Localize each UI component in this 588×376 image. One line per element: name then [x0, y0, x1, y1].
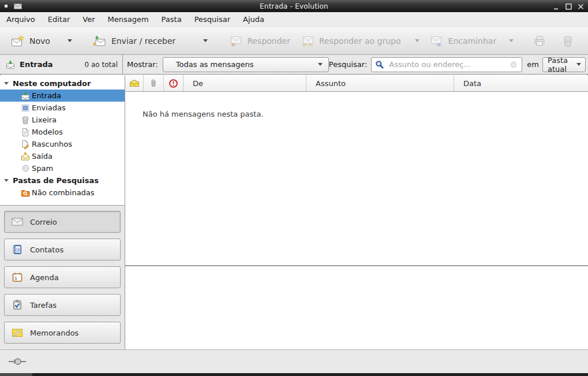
- reply-group-dropdown-icon[interactable]: [415, 39, 420, 42]
- menu-pasta[interactable]: Pasta: [155, 13, 188, 26]
- trash-icon: [562, 35, 574, 47]
- reply-label: Responder: [247, 36, 290, 46]
- search-scope-dropdown[interactable]: Pasta atual: [542, 57, 586, 72]
- tree-group-this-computer[interactable]: Neste computador: [0, 77, 125, 90]
- window-title: Entrada - Evolution: [0, 2, 588, 10]
- junk-button[interactable]: [586, 30, 588, 52]
- switcher-label: Tarefas: [30, 301, 57, 310]
- column-assunto[interactable]: Assunto: [306, 75, 454, 91]
- message-pane: De Assunto Data Não há mensagens nesta p…: [125, 75, 588, 349]
- close-icon: [578, 3, 584, 10]
- window-controls: [553, 0, 585, 12]
- folder-enviadas[interactable]: Enviadas: [0, 102, 125, 114]
- message-list[interactable]: Não há mensagens nesta pasta.: [125, 92, 588, 265]
- chevron-down-icon: [576, 63, 581, 66]
- column-priority[interactable]: [164, 75, 183, 91]
- expander-icon[interactable]: [4, 82, 9, 85]
- evolution-window: Entrada - Evolution Arquivo Editar Ver M…: [0, 0, 588, 376]
- mail-icon: [12, 217, 23, 226]
- toolbar: Novo Enviar / receber Responder: [0, 27, 588, 55]
- message-list-header: De Assunto Data: [125, 75, 588, 92]
- new-message-button[interactable]: Novo: [6, 30, 77, 52]
- tree-group-label: Neste computador: [13, 79, 91, 88]
- online-status-icon: [8, 357, 29, 366]
- outbox-icon: [21, 152, 30, 161]
- column-label: De: [193, 79, 203, 88]
- switcher-correio[interactable]: Correio: [4, 211, 121, 233]
- column-status[interactable]: [125, 75, 144, 91]
- reply-group-button[interactable]: Responder ao grupo: [295, 30, 425, 52]
- send-receive-button[interactable]: Enviar / receber: [88, 30, 213, 52]
- send-receive-label: Enviar / receber: [111, 36, 175, 46]
- switcher-tarefas[interactable]: Tarefas: [4, 294, 121, 316]
- folder-saida[interactable]: Saída: [0, 150, 125, 162]
- current-folder-name: Entrada: [20, 60, 53, 69]
- folder-label: Rascunhos: [32, 140, 72, 148]
- forward-button[interactable]: Encaminhar: [425, 30, 519, 52]
- current-folder-section: Entrada 0 ao total: [0, 55, 123, 74]
- send-receive-icon: [93, 35, 107, 47]
- folder-info-bar: Entrada 0 ao total Mostrar: Todas as men…: [0, 55, 588, 75]
- column-data[interactable]: Data: [454, 75, 588, 91]
- inbox-icon: [6, 60, 15, 69]
- tree-group-search-folders[interactable]: Pastas de Pesquisas: [0, 174, 125, 187]
- send-receive-dropdown-icon[interactable]: [203, 39, 208, 42]
- search-label: Pesquisar:: [329, 60, 368, 69]
- online-toggle-button[interactable]: [6, 355, 31, 368]
- switcher-memorandos[interactable]: Memorandos: [4, 322, 121, 344]
- folder-lixeira[interactable]: Lixeira: [0, 114, 125, 126]
- search-scope-value: Pasta atual: [548, 56, 576, 73]
- folder-label: Entrada: [32, 91, 61, 100]
- switcher-agenda[interactable]: 3 Agenda: [4, 266, 121, 288]
- delete-button[interactable]: [558, 30, 578, 52]
- column-attachment[interactable]: [144, 75, 164, 91]
- folder-entrada[interactable]: Entrada: [0, 90, 125, 102]
- main-area: Neste computador Entrada Enviadas: [0, 75, 588, 349]
- new-message-dropdown-icon[interactable]: [68, 39, 72, 42]
- svg-text:3: 3: [14, 276, 17, 281]
- close-button[interactable]: [577, 2, 585, 10]
- folder-rascunhos[interactable]: Rascunhos: [0, 138, 125, 150]
- message-status-icon: [129, 79, 140, 88]
- menu-editar[interactable]: Editar: [42, 13, 77, 26]
- search-box[interactable]: [371, 57, 522, 72]
- folder-spam[interactable]: Spam: [0, 162, 125, 174]
- spam-icon: [21, 164, 30, 173]
- minimize-button[interactable]: [553, 2, 560, 10]
- show-filter-value: Todas as mensagens: [176, 60, 254, 69]
- new-mail-icon: [11, 35, 25, 47]
- menu-pesquisar[interactable]: Pesquisar: [188, 13, 237, 26]
- svg-text:@: @: [16, 247, 20, 252]
- forward-dropdown-icon[interactable]: [509, 39, 514, 42]
- menu-ajuda[interactable]: Ajuda: [237, 13, 271, 26]
- folder-label: Modelos: [32, 128, 63, 136]
- search-input[interactable]: [388, 59, 505, 69]
- switcher-contatos[interactable]: @ Contatos: [4, 239, 121, 260]
- view-switcher: Correio @ Contatos: [0, 205, 125, 349]
- window-bottom-border: [0, 373, 588, 376]
- menu-mensagem[interactable]: Mensagem: [102, 13, 155, 26]
- menu-arquivo[interactable]: Arquivo: [0, 13, 42, 26]
- folder-nao-combinadas[interactable]: Não combinadas: [0, 187, 125, 199]
- column-de[interactable]: De: [183, 75, 306, 91]
- chevron-down-icon: [318, 63, 323, 66]
- switcher-label: Correio: [30, 218, 57, 226]
- expander-icon[interactable]: [4, 179, 9, 182]
- menu-ver[interactable]: Ver: [76, 13, 101, 26]
- folder-label: Não combinadas: [32, 188, 95, 197]
- print-button[interactable]: [529, 30, 550, 52]
- titlebar-left: [0, 3, 22, 9]
- switcher-label: Agenda: [30, 273, 59, 282]
- message-count: 0 ao total: [85, 61, 118, 69]
- trash-icon: [21, 116, 30, 125]
- show-filter-dropdown[interactable]: Todas as mensagens: [163, 57, 329, 72]
- evolution-app-icon[interactable]: [14, 3, 22, 9]
- empty-folder-message: Não há mensagens nesta pasta.: [143, 110, 264, 118]
- folder-label: Spam: [32, 164, 53, 173]
- reply-group-label: Responder ao grupo: [319, 36, 401, 46]
- maximize-button[interactable]: [565, 2, 572, 10]
- reply-button[interactable]: Responder: [223, 30, 295, 52]
- folder-modelos[interactable]: Modelos: [0, 126, 125, 138]
- clear-search-icon[interactable]: [509, 60, 518, 69]
- window-menu-dot-icon[interactable]: [5, 5, 8, 8]
